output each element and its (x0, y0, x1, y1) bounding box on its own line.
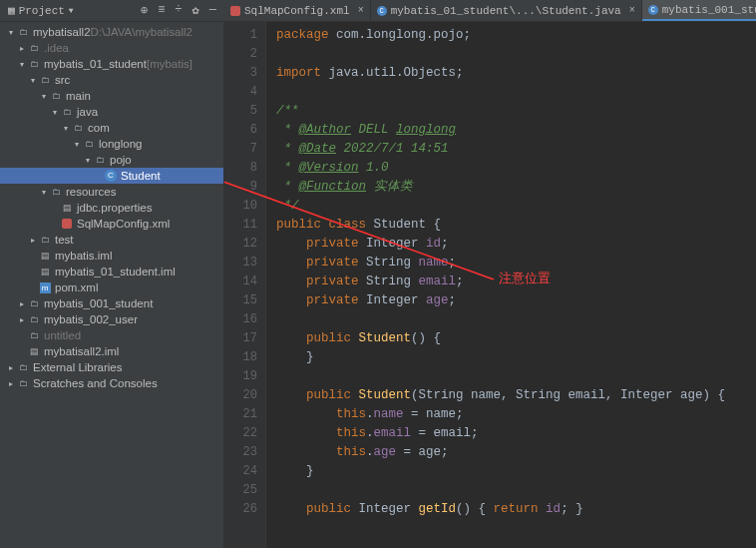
line-number: 21 (228, 405, 257, 424)
tree-item[interactable]: CStudent (0, 168, 223, 184)
tree-item[interactable]: ▤mybatis.iml (0, 248, 223, 264)
code-line[interactable]: package com.longlong.pojo; (276, 26, 756, 45)
expand-arrow-icon[interactable]: ▸ (17, 44, 27, 53)
tree-item[interactable]: ▸🗀.idea (0, 40, 223, 56)
tree-item[interactable]: ▤mybatisall2.iml (0, 343, 223, 359)
code-line[interactable]: this.email = email; (276, 424, 756, 443)
folder-icon: 🗀 (27, 41, 41, 55)
select-opened-file-icon[interactable]: ⊕ (141, 3, 148, 18)
code-line[interactable]: public Integer getId() { return id; } (276, 500, 756, 519)
line-number: 4 (228, 83, 257, 102)
expand-arrow-icon[interactable]: ▾ (50, 108, 60, 117)
expand-arrow-icon[interactable]: ▾ (28, 76, 38, 85)
tree-item-label: src (55, 74, 70, 86)
expand-arrow-icon[interactable]: ▸ (6, 379, 16, 388)
expand-arrow-icon[interactable]: ▾ (61, 124, 71, 133)
line-number: 5 (228, 102, 257, 121)
folder-icon: 🗀 (27, 57, 41, 71)
code-line[interactable]: import java.util.Objects; (276, 64, 756, 83)
tree-item[interactable]: ▸🗀test (0, 232, 223, 248)
settings-icon[interactable]: ✿ (192, 3, 199, 18)
collapse-icon[interactable]: ÷ (175, 3, 182, 18)
code-line[interactable]: } (276, 348, 756, 367)
line-number: 17 (228, 329, 257, 348)
file-icon: ▤ (27, 344, 41, 358)
tab-label: mybatis_001_student\...\Student.java (662, 4, 756, 16)
tree-item[interactable]: ▾🗀java (0, 104, 223, 120)
tree-item[interactable]: ▾🗀pojo (0, 152, 223, 168)
expand-icon[interactable]: ≡ (158, 3, 165, 18)
line-number: 9 (228, 178, 257, 197)
tree-item[interactable]: ▸🗀mybatis_001_student (0, 295, 223, 311)
tree-item[interactable]: ▾🗀mybatisall2 D:\JAVA\mybatisall2 (0, 24, 223, 40)
folder-icon: 🗀 (27, 328, 41, 342)
tree-item[interactable]: ▾🗀resources (0, 184, 223, 200)
tree-item[interactable]: ▾🗀longlong (0, 136, 223, 152)
tree-item[interactable]: ▤jdbc.properties (0, 200, 223, 216)
code-line[interactable]: * @Function 实体类 (276, 178, 756, 197)
close-icon[interactable]: × (358, 5, 364, 16)
tree-item[interactable]: ▾🗀src (0, 72, 223, 88)
tree-item[interactable]: ▾🗀main (0, 88, 223, 104)
tree-item[interactable]: ▸🗀Scratches and Consoles (0, 375, 223, 391)
project-icon: ▦ (8, 4, 15, 17)
editor-tab[interactable]: Cmybatis_01_student\...\Student.java× (371, 0, 642, 21)
tree-item[interactable]: ▸🗀mybatis_002_user (0, 311, 223, 327)
path-suffix: D:\JAVA\mybatisall2 (91, 26, 192, 38)
project-tool-label[interactable]: ▦ Project ▼ (0, 0, 82, 21)
expand-arrow-icon[interactable]: ▾ (72, 140, 82, 149)
tree-item-label: mybatis_01_student.iml (55, 266, 176, 277)
line-number: 20 (228, 386, 257, 405)
expand-arrow-icon[interactable]: ▾ (39, 188, 49, 197)
code-line[interactable]: */ (276, 197, 756, 216)
tree-item-label: main (66, 90, 91, 102)
tree-item-label: mybatis.iml (55, 250, 113, 262)
tree-item[interactable]: SqlMapConfig.xml (0, 216, 223, 232)
code-line[interactable] (276, 45, 756, 64)
expand-arrow-icon[interactable]: ▸ (28, 236, 38, 245)
line-number: 25 (228, 481, 257, 500)
code-line[interactable]: /** (276, 102, 756, 121)
code-line[interactable]: * @Version 1.0 (276, 159, 756, 178)
tree-item[interactable]: mpom.xml (0, 279, 223, 295)
tree-item[interactable]: ▸🗀External Libraries (0, 359, 223, 375)
code-line[interactable]: } (276, 462, 756, 481)
close-icon[interactable]: × (629, 5, 635, 16)
tree-item-label: mybatisall2 (33, 26, 91, 38)
code-line[interactable]: * @Author DELL longlong (276, 121, 756, 140)
code-editor[interactable]: 1234567891011121314151617181920212223242… (224, 22, 756, 548)
folder-icon: 🗀 (38, 73, 52, 87)
java-icon: C (648, 5, 658, 15)
expand-arrow-icon[interactable]: ▸ (17, 315, 27, 324)
code-line[interactable] (276, 310, 756, 329)
tree-item[interactable]: ▾🗀com (0, 120, 223, 136)
code-line[interactable]: public Student(String name, String email… (276, 386, 756, 405)
code-line[interactable]: this.age = age; (276, 443, 756, 462)
editor-tab[interactable]: Cmybatis_001_student\...\Student.java× (642, 0, 756, 21)
code-line[interactable]: public class Student { (276, 216, 756, 235)
code-line[interactable]: * @Date 2022/7/1 14:51 (276, 140, 756, 159)
project-tree[interactable]: ▾🗀mybatisall2 D:\JAVA\mybatisall2▸🗀.idea… (0, 22, 224, 548)
hide-icon[interactable]: — (209, 3, 216, 18)
expand-arrow-icon[interactable]: ▾ (17, 60, 27, 69)
expand-arrow-icon[interactable]: ▾ (39, 92, 49, 101)
tree-item-label: Student (121, 170, 161, 182)
expand-arrow-icon[interactable]: ▸ (6, 363, 16, 372)
code-line[interactable] (276, 367, 756, 386)
code-line[interactable]: private Integer id; (276, 235, 756, 254)
expand-arrow-icon[interactable]: ▾ (6, 28, 16, 37)
code-line[interactable]: private Integer age; (276, 291, 756, 310)
line-number: 3 (228, 64, 257, 83)
expand-arrow-icon[interactable]: ▸ (17, 299, 27, 308)
code-line[interactable] (276, 481, 756, 500)
code-line[interactable]: this.name = name; (276, 405, 756, 424)
editor-tab[interactable]: SqlMapConfig.xml× (224, 0, 371, 21)
chevron-down-icon: ▼ (69, 6, 74, 15)
code-line[interactable]: public Student() { (276, 329, 756, 348)
code-line[interactable] (276, 83, 756, 102)
tree-item[interactable]: ▤mybatis_01_student.iml (0, 264, 223, 279)
expand-arrow-icon[interactable]: ▾ (83, 156, 93, 165)
tree-item-label: mybatis_01_student (44, 58, 147, 70)
tree-item[interactable]: ▾🗀mybatis_01_student [mybatis] (0, 56, 223, 72)
tree-item[interactable]: 🗀untitled (0, 327, 223, 343)
